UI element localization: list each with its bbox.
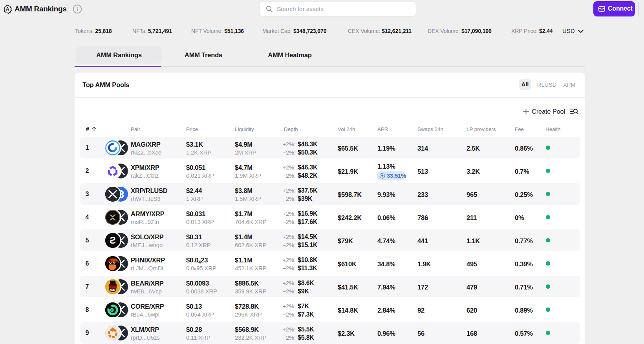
svg-text:A: A (6, 6, 9, 12)
svg-text:S: S (110, 235, 116, 246)
